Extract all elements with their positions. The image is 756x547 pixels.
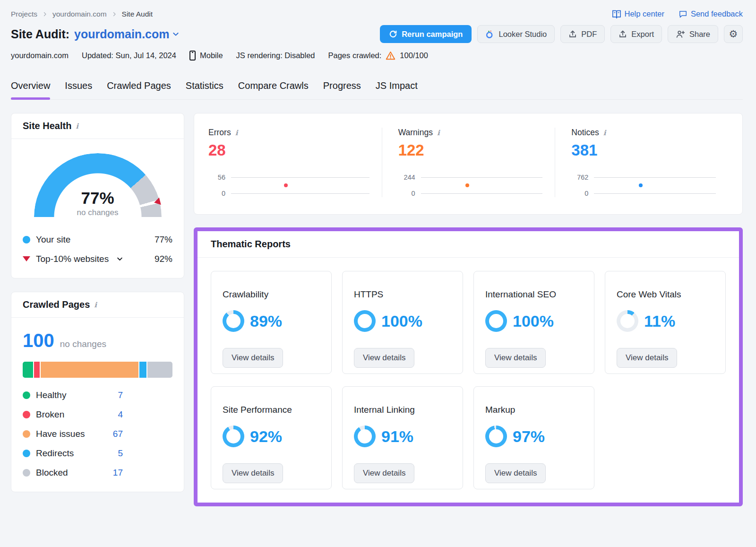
legend-your-site: Your site 77% [23, 230, 172, 249]
orange-dot-icon [23, 430, 30, 438]
info-icon[interactable]: i [94, 301, 97, 309]
site-performance-card: Site Performance 92% View details [211, 386, 332, 489]
campaign-selector[interactable]: yourdomain.com [74, 27, 180, 41]
crawled-pages-stacked-bar [23, 362, 172, 378]
campaign-meta: yourdomain.com Updated: Sun, Jul 14, 202… [11, 51, 743, 61]
meta-pages-crawled: Pages crawled: 100/100 [328, 51, 428, 60]
thematic-reports-title: Thematic Reports [211, 239, 291, 249]
site-health-card: Site Health i 77% no changes You [11, 113, 184, 278]
legend-top10-websites: Top-10% websites 92% [23, 249, 172, 269]
breadcrumb-site-audit: Site Audit [122, 10, 153, 18]
share-button[interactable]: Share [668, 25, 718, 43]
upload-icon [568, 30, 577, 38]
legend-have-issues: Have issues 67 [23, 424, 123, 443]
crawled-pages-title: Crawled Pages [23, 299, 90, 310]
page-title: Site Audit: [11, 27, 69, 41]
tab-js-impact[interactable]: JS Impact [376, 80, 418, 99]
legend-blocked: Blocked 17 [23, 463, 123, 482]
book-icon [612, 10, 621, 18]
legend-broken: Broken 4 [23, 405, 123, 424]
tab-crawled-pages[interactable]: Crawled Pages [107, 80, 171, 99]
tab-compare-crawls[interactable]: Compare Crawls [238, 80, 309, 99]
red-dot-icon [23, 411, 30, 418]
data-point [465, 183, 469, 187]
info-icon[interactable]: i [235, 129, 238, 137]
view-details-button[interactable]: View details [223, 463, 283, 483]
chevron-down-icon [172, 30, 180, 38]
healthy-count-link[interactable]: 7 [118, 390, 123, 400]
meta-updated: Updated: Sun, Jul 14, 2024 [82, 51, 176, 60]
send-feedback-link[interactable]: Send feedback [679, 9, 743, 18]
green-dot-icon [23, 391, 30, 399]
info-icon[interactable]: i [76, 122, 78, 130]
tab-issues[interactable]: Issues [65, 80, 92, 99]
have-issues-count-link[interactable]: 67 [113, 429, 123, 439]
progress-ring-icon [354, 310, 376, 332]
issues-summary-card: Errorsi 28 56 0 Warningsi 122 244 0 [194, 113, 743, 215]
https-card: HTTPS 100% View details [342, 271, 463, 374]
legend-redirects: Redirects 5 [23, 443, 123, 463]
view-details-button[interactable]: View details [485, 463, 546, 483]
breadcrumb-domain[interactable]: yourdomain.com [52, 10, 107, 18]
blue-dot-icon [23, 450, 30, 457]
view-details-button[interactable]: View details [485, 348, 546, 368]
looker-studio-button[interactable]: Looker Studio [477, 25, 555, 43]
crawlability-card: Crawlability 89% View details [211, 271, 332, 374]
progress-ring-icon [354, 425, 376, 447]
internal-linking-card: Internal Linking 91% View details [342, 386, 463, 489]
chevron-right-icon [112, 11, 117, 17]
tab-overview[interactable]: Overview [11, 80, 50, 99]
breadcrumb-projects[interactable]: Projects [11, 10, 37, 18]
progress-ring-icon [485, 425, 507, 447]
warnings-value[interactable]: 122 [398, 141, 543, 159]
upload-icon [619, 30, 627, 38]
help-center-link[interactable]: Help center [612, 9, 664, 18]
view-details-button[interactable]: View details [354, 463, 414, 483]
blue-dot-icon [23, 236, 30, 243]
meta-device: Mobile [189, 51, 223, 61]
progress-ring-icon [617, 310, 638, 332]
person-add-icon [676, 30, 685, 38]
broken-count-link[interactable]: 4 [118, 409, 123, 420]
info-icon[interactable]: i [603, 129, 606, 137]
thematic-reports-section: Thematic Reports Crawlability 89% View d… [194, 227, 743, 506]
refresh-icon [389, 30, 397, 38]
speech-bubble-icon [679, 10, 687, 18]
tab-statistics[interactable]: Statistics [186, 80, 223, 99]
view-details-button[interactable]: View details [354, 348, 414, 368]
view-details-button[interactable]: View details [617, 348, 677, 368]
gray-dot-icon [23, 469, 30, 477]
errors-metric: Errorsi 28 56 0 [208, 128, 382, 197]
meta-domain: yourdomain.com [11, 51, 69, 60]
errors-value[interactable]: 28 [208, 141, 369, 159]
rerun-campaign-button[interactable]: Rerun campaign [380, 25, 472, 43]
report-tabs: Overview Issues Crawled Pages Statistics… [11, 80, 743, 100]
mobile-icon [189, 51, 196, 61]
pdf-button[interactable]: PDF [560, 25, 605, 43]
warnings-metric: Warningsi 122 244 0 [382, 128, 555, 197]
meta-js-rendering: JS rendering: Disabled [236, 51, 315, 60]
chevron-down-icon[interactable] [116, 255, 123, 262]
crawled-pages-card: Crawled Pages i 100 no changes [11, 292, 184, 492]
site-health-score: 77% [34, 190, 162, 207]
crawled-pages-change: no changes [60, 339, 106, 349]
info-icon[interactable]: i [437, 129, 440, 137]
crawled-pages-total: 100 [23, 330, 54, 351]
site-health-title: Site Health [23, 121, 71, 131]
notices-metric: Noticesi 381 762 0 [555, 128, 728, 197]
international-seo-card: International SEO 100% View details [473, 271, 594, 374]
notices-value[interactable]: 381 [571, 141, 716, 159]
redirects-count-link[interactable]: 5 [118, 448, 123, 459]
site-audit-page: Projects yourdomain.com Site Audit Help … [0, 0, 756, 506]
looker-studio-icon [485, 30, 494, 39]
site-health-gauge: 77% no changes [34, 153, 162, 217]
breadcrumb: Projects yourdomain.com Site Audit [11, 10, 153, 18]
warning-triangle-icon[interactable] [386, 51, 395, 60]
export-button[interactable]: Export [610, 25, 662, 43]
markup-card: Markup 97% View details [473, 386, 594, 489]
settings-button[interactable]: ⚙ [724, 25, 743, 43]
gear-icon: ⚙ [729, 28, 738, 40]
tab-progress[interactable]: Progress [323, 80, 361, 99]
view-details-button[interactable]: View details [223, 348, 283, 368]
blocked-count-link[interactable]: 17 [113, 468, 123, 478]
